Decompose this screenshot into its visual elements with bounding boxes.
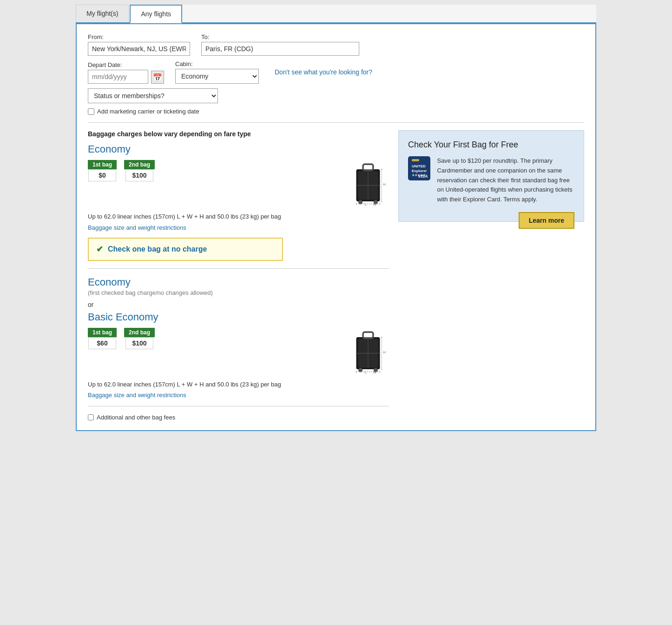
- cabin-label: Cabin:: [175, 60, 259, 67]
- economy-bag2-label: 2nd bag: [124, 160, 155, 169]
- basic-bag2-price: $100: [125, 337, 153, 349]
- basic-bag1-price: $60: [88, 337, 116, 349]
- svg-rect-2: [363, 164, 373, 170]
- svg-text:L: L: [365, 370, 367, 374]
- economy-bag1-label: 1st bag: [88, 160, 117, 169]
- basic-economy-title: Basic Economy: [88, 311, 389, 323]
- status-select[interactable]: Status or memberships?: [88, 88, 218, 103]
- tabs-bar: My flight(s) Any flights: [76, 5, 596, 23]
- svg-rect-18: [363, 332, 373, 338]
- from-to-row: From: To:: [88, 33, 584, 56]
- economy-divider: [88, 268, 389, 269]
- from-field-group: From:: [88, 33, 190, 56]
- basic-restriction-link[interactable]: Baggage size and weight restrictions: [88, 392, 389, 399]
- card-chip: [412, 159, 419, 161]
- checkmark-icon: ✔: [96, 244, 103, 254]
- economy2-title: Economy: [88, 276, 389, 288]
- main-content-box: From: To: Depart Date: 📅 Cabin:: [76, 23, 596, 431]
- learn-more-button[interactable]: Learn more: [519, 212, 574, 229]
- economy-title: Economy: [88, 143, 389, 155]
- depart-date-input[interactable]: [88, 70, 148, 84]
- additional-fees-checkbox[interactable]: [88, 414, 94, 420]
- economy-bag1-price: $0: [88, 169, 116, 181]
- content-area: Baggage charges below vary depending on …: [88, 130, 584, 421]
- basic-bag2-column: 2nd bag $100: [124, 328, 155, 349]
- to-label: To:: [201, 33, 359, 40]
- dont-see-link[interactable]: Don't see what you're looking for?: [275, 68, 372, 76]
- economy-bag2-column: 2nd bag $100: [124, 160, 155, 181]
- basic-bag-description: Up to 62.0 linear inches (157cm) L + W +…: [88, 380, 389, 389]
- svg-text:W: W: [373, 370, 376, 374]
- svg-point-5: [358, 200, 362, 204]
- right-column: Check Your First Bag for Free UNITEDExpl…: [398, 130, 584, 421]
- from-input[interactable]: [88, 42, 190, 56]
- calendar-icon[interactable]: 📅: [151, 71, 164, 84]
- date-cabin-row: Depart Date: 📅 Cabin: Economy Business F…: [88, 60, 584, 84]
- card-visa-text: VISA: [418, 174, 428, 179]
- credit-card-image: UNITEDExplorer★★★★★ VISA: [408, 156, 430, 180]
- marketing-carrier-checkbox[interactable]: [88, 108, 94, 115]
- economy2-subtitle: (first checked bag charge/no changes all…: [88, 289, 389, 296]
- promo-box: Check Your First Bag for Free UNITEDExpl…: [398, 130, 584, 222]
- svg-text:L: L: [365, 202, 367, 206]
- left-column: Baggage charges below vary depending on …: [88, 130, 389, 421]
- promo-body-text: Save up to $120 per roundtrip. The prima…: [437, 156, 574, 205]
- cabin-select[interactable]: Economy Business First: [175, 69, 259, 84]
- to-field-group: To:: [201, 33, 359, 56]
- economy-restriction-link[interactable]: Baggage size and weight restrictions: [88, 224, 389, 231]
- svg-text:H: H: [383, 350, 386, 354]
- tab-any-flights[interactable]: Any flights: [130, 5, 182, 23]
- svg-text:W: W: [373, 202, 376, 206]
- tab-my-flights[interactable]: My flight(s): [76, 5, 129, 22]
- or-text: or: [88, 301, 389, 308]
- cabin-group: Cabin: Economy Business First: [175, 60, 259, 84]
- search-form: From: To: Depart Date: 📅 Cabin:: [88, 33, 584, 115]
- from-label: From:: [88, 33, 190, 40]
- basic-bag2-label: 2nd bag: [124, 328, 155, 337]
- basic-economy-bag-prices-row: 1st bag $60 2nd bag $100: [88, 328, 389, 374]
- economy-bag1-column: 1st bag $0: [88, 160, 117, 181]
- additional-fees-label: Additional and other bag fees: [97, 414, 175, 421]
- marketing-carrier-label: Add marketing carrier or ticketing date: [97, 108, 199, 115]
- promo-title: Check Your First Bag for Free: [408, 140, 574, 150]
- status-row: Status or memberships?: [88, 88, 584, 103]
- section-note: Baggage charges below vary depending on …: [88, 130, 389, 138]
- promo-content: UNITEDExplorer★★★★★ VISA Save up to $120…: [408, 156, 574, 205]
- economy-luggage-image: H L W: [347, 160, 389, 206]
- additional-fees-row: Additional and other bag fees: [88, 414, 389, 421]
- check-bag-box: ✔ Check one bag at no charge: [88, 238, 283, 261]
- check-bag-text: Check one bag at no charge: [108, 245, 207, 253]
- basic-bag1-column: 1st bag $60: [88, 328, 117, 349]
- date-input-group: 📅: [88, 70, 164, 84]
- svg-point-21: [358, 368, 362, 372]
- svg-text:H: H: [383, 182, 386, 186]
- marketing-carrier-row: Add marketing carrier or ticketing date: [88, 108, 584, 115]
- to-input[interactable]: [201, 42, 359, 56]
- basic-luggage-image: H L W: [347, 328, 389, 374]
- depart-date-group: Depart Date: 📅: [88, 61, 164, 84]
- economy-bag-prices-row: 1st bag $0 2nd bag $100: [88, 160, 389, 206]
- form-content-divider: [88, 122, 584, 123]
- economy-bag-description: Up to 62.0 linear inches (157cm) L + W +…: [88, 212, 389, 221]
- page-wrapper: My flight(s) Any flights From: To: Depar…: [76, 5, 596, 431]
- bottom-divider: [88, 406, 389, 406]
- basic-bag1-label: 1st bag: [88, 328, 117, 337]
- depart-label: Depart Date:: [88, 61, 164, 68]
- economy-bag2-price: $100: [125, 169, 153, 181]
